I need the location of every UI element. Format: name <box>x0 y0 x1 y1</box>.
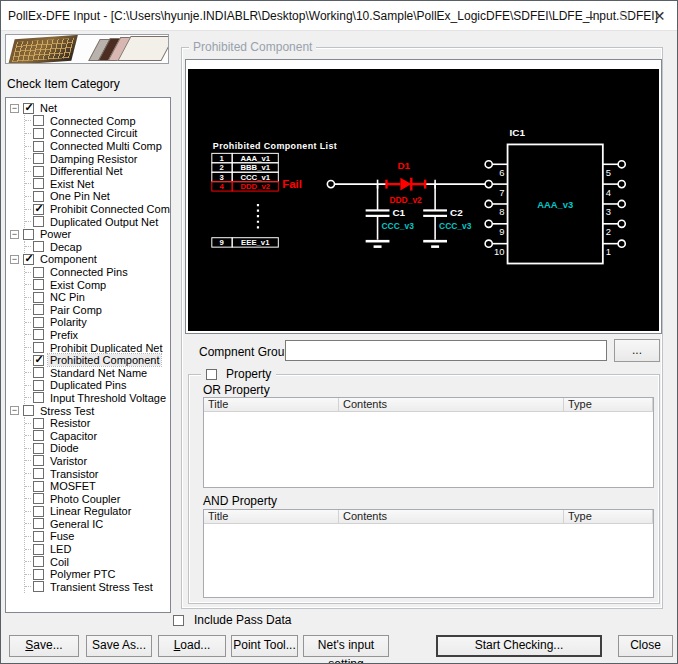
tree-item-differential-net[interactable]: Differential Net <box>25 165 170 178</box>
tree-item-transient-stress-test[interactable]: Transient Stress Test <box>25 581 170 594</box>
tree-item-mosfet[interactable]: MOSFET <box>25 480 170 493</box>
save-as-button[interactable]: Save As... <box>86 635 152 657</box>
checkbox-component[interactable] <box>23 254 34 265</box>
tree-item-connected-comp[interactable]: Connected Comp <box>25 115 170 128</box>
checkbox-decap[interactable] <box>33 241 44 252</box>
checkbox-resistor[interactable] <box>33 418 44 429</box>
load-button[interactable]: Load... <box>158 635 226 657</box>
tree-item-pair-comp[interactable]: Pair Comp <box>25 304 170 317</box>
browse-button[interactable]: ... <box>614 339 660 362</box>
checkbox-differential-net[interactable] <box>33 166 44 177</box>
tree-item-duplicated-pins[interactable]: Duplicated Pins <box>25 379 170 392</box>
checkbox-connected-pins[interactable] <box>33 267 44 278</box>
tree-item-varistor[interactable]: Varistor <box>25 455 170 468</box>
tree-item-led[interactable]: LED <box>25 543 170 556</box>
checkbox-power[interactable] <box>23 229 34 240</box>
column-title[interactable]: Title <box>204 510 339 523</box>
checkbox-transistor[interactable] <box>33 468 44 479</box>
column-contents[interactable]: Contents <box>339 398 564 411</box>
or-property-table[interactable]: Title Contents Type <box>203 397 654 488</box>
column-title[interactable]: Title <box>204 398 339 411</box>
column-type[interactable]: Type <box>564 510 653 523</box>
and-property-table[interactable]: Title Contents Type <box>203 509 654 598</box>
tree-item-fuse[interactable]: Fuse <box>25 530 170 543</box>
tree-item-net[interactable]: −Net <box>8 102 170 115</box>
checkbox-connected-comp[interactable] <box>33 115 44 126</box>
tree-item-standard-net-name[interactable]: Standard Net Name <box>25 366 170 379</box>
checkbox-capacitor[interactable] <box>33 430 44 441</box>
checkbox-coil[interactable] <box>33 556 44 567</box>
point-tool-button[interactable]: Point Tool... <box>231 635 298 657</box>
checkbox-general-ic[interactable] <box>33 518 44 529</box>
tree-item-duplicated-output-net[interactable]: Duplicated Output Net <box>25 215 170 228</box>
checkbox-mosfet[interactable] <box>33 481 44 492</box>
tree-item-prohibit-duplicated-net[interactable]: Prohibit Duplicated Net <box>25 341 170 354</box>
checkbox-exist-comp[interactable] <box>33 279 44 290</box>
expand-collapse-icon[interactable]: − <box>10 255 19 264</box>
property-checkbox[interactable] <box>206 369 217 380</box>
component-group-input[interactable] <box>285 340 607 361</box>
checkbox-damping-resistor[interactable] <box>33 153 44 164</box>
column-contents[interactable]: Contents <box>339 510 564 523</box>
tree-item-connected-pins[interactable]: Connected Pins <box>25 266 170 279</box>
tree-item-exist-net[interactable]: Exist Net <box>25 178 170 191</box>
minimize-button[interactable]: – <box>572 1 607 31</box>
checkbox-nc-pin[interactable] <box>33 292 44 303</box>
tree-item-connected-circuit[interactable]: Connected Circuit <box>25 127 170 140</box>
checkbox-varistor[interactable] <box>33 455 44 466</box>
tree-item-damping-resistor[interactable]: Damping Resistor <box>25 152 170 165</box>
tree-item-input-threshold-voltage[interactable]: Input Threshold Voltage <box>25 392 170 405</box>
nets-input-setting-button[interactable]: Net's input setting <box>303 635 389 657</box>
checkbox-prohibited-component[interactable] <box>33 355 44 366</box>
expand-collapse-icon[interactable]: − <box>10 104 19 113</box>
checkbox-duplicated-output-net[interactable] <box>33 216 44 227</box>
start-checking-button[interactable]: Start Checking... <box>436 635 602 657</box>
tree-item-power[interactable]: −Power <box>8 228 170 241</box>
checkbox-exist-net[interactable] <box>33 178 44 189</box>
checkbox-polymer-ptc[interactable] <box>33 569 44 580</box>
tree-item-photo-coupler[interactable]: Photo Coupler <box>25 492 170 505</box>
tree-item-coil[interactable]: Coil <box>25 555 170 568</box>
save-button[interactable]: Save... <box>9 635 79 657</box>
close-button[interactable]: Close <box>618 635 673 657</box>
tree-item-component[interactable]: −Component <box>8 253 170 266</box>
tree-item-polymer-ptc[interactable]: Polymer PTC <box>25 568 170 581</box>
checkbox-diode[interactable] <box>33 443 44 454</box>
check-item-tree[interactable]: −NetConnected CompConnected CircuitConne… <box>5 97 171 613</box>
checkbox-led[interactable] <box>33 544 44 555</box>
tree-item-prefix[interactable]: Prefix <box>25 329 170 342</box>
checkbox-fuse[interactable] <box>33 531 44 542</box>
checkbox-stress-test[interactable] <box>23 405 34 416</box>
tree-item-exist-comp[interactable]: Exist Comp <box>25 278 170 291</box>
expand-collapse-icon[interactable]: − <box>10 406 19 415</box>
tree-item-transistor[interactable]: Transistor <box>25 467 170 480</box>
tree-item-prohibit-connected-comp[interactable]: Prohibit Connected Comp <box>25 203 170 216</box>
checkbox-one-pin-net[interactable] <box>33 191 44 202</box>
tree-item-polarity[interactable]: Polarity <box>25 316 170 329</box>
checkbox-prohibit-connected-comp[interactable] <box>33 204 44 215</box>
tree-item-prohibited-component[interactable]: Prohibited Component <box>25 354 170 367</box>
tree-item-connected-multi-comp[interactable]: Connected Multi Comp <box>25 140 170 153</box>
checkbox-connected-circuit[interactable] <box>33 128 44 139</box>
checkbox-transient-stress-test[interactable] <box>33 581 44 592</box>
tree-item-diode[interactable]: Diode <box>25 442 170 455</box>
checkbox-pair-comp[interactable] <box>33 304 44 315</box>
checkbox-prohibit-duplicated-net[interactable] <box>33 342 44 353</box>
tree-item-general-ic[interactable]: General IC <box>25 518 170 531</box>
tree-item-nc-pin[interactable]: NC Pin <box>25 291 170 304</box>
expand-collapse-icon[interactable]: − <box>10 230 19 239</box>
tree-item-resistor[interactable]: Resistor <box>25 417 170 430</box>
checkbox-linear-regulator[interactable] <box>33 506 44 517</box>
checkbox-connected-multi-comp[interactable] <box>33 141 44 152</box>
checkbox-prefix[interactable] <box>33 329 44 340</box>
checkbox-polarity[interactable] <box>33 317 44 328</box>
checkbox-duplicated-pins[interactable] <box>33 380 44 391</box>
include-pass-data-checkbox[interactable] <box>173 615 184 626</box>
maximize-button[interactable]: ☐ <box>607 1 642 31</box>
checkbox-net[interactable] <box>23 103 34 114</box>
close-window-button[interactable]: ✕ <box>642 1 677 31</box>
tree-item-linear-regulator[interactable]: Linear Regulator <box>25 505 170 518</box>
column-type[interactable]: Type <box>564 398 653 411</box>
checkbox-standard-net-name[interactable] <box>33 367 44 378</box>
checkbox-input-threshold-voltage[interactable] <box>33 392 44 403</box>
